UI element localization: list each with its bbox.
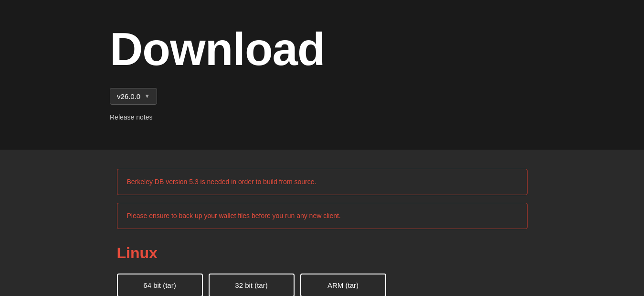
- release-notes-link[interactable]: Release notes: [110, 113, 644, 121]
- alert-text-1: Berkeley DB version 5.3 is needed in ord…: [127, 178, 317, 186]
- hero-section: Download v26.0.0 ▼ Release notes: [0, 0, 644, 150]
- download-button-arm-tar[interactable]: ARM (tar): [300, 274, 386, 296]
- alert-berkeley-db: Berkeley DB version 5.3 is needed in ord…: [117, 169, 528, 195]
- version-dropdown[interactable]: v26.0.0 ▼: [110, 88, 157, 105]
- download-button-32bit-tar[interactable]: 32 bit (tar): [209, 274, 295, 296]
- content-inner: Berkeley DB version 5.3 is needed in ord…: [107, 169, 537, 296]
- page-title: Download: [110, 24, 644, 75]
- chevron-down-icon: ▼: [144, 93, 150, 99]
- alert-backup-wallet: Please ensure to back up your wallet fil…: [117, 203, 528, 229]
- download-button-64bit-tar[interactable]: 64 bit (tar): [117, 274, 203, 296]
- version-label: v26.0.0: [117, 92, 140, 100]
- linux-section-title: Linux: [117, 244, 528, 262]
- alert-text-2: Please ensure to back up your wallet fil…: [127, 212, 341, 219]
- content-section: Berkeley DB version 5.3 is needed in ord…: [0, 150, 644, 296]
- linux-buttons-grid: 64 bit (tar) 32 bit (tar) ARM (tar) AARC…: [117, 274, 528, 296]
